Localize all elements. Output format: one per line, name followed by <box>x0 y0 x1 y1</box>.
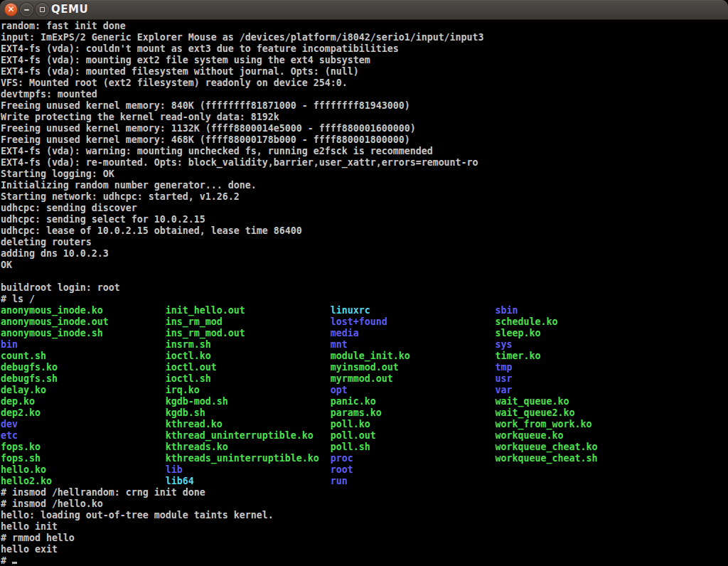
titlebar[interactable]: ✕ QEMU <box>0 0 728 20</box>
terminal-line: # insmod /hello.ko <box>1 497 103 509</box>
terminal-line: udhcpc: sending select for 10.0.2.15 <box>1 213 205 225</box>
ls-entry: myrmmod.out <box>331 372 496 384</box>
ls-entry: ins_rm_mod <box>166 315 331 327</box>
terminal-line: Initializing random number generator... … <box>1 178 257 191</box>
ls-entry: kthreads_uninterruptible.ko <box>166 452 331 464</box>
terminal-line: Starting network: udhcpc: started, v1.26… <box>1 190 240 202</box>
terminal-line: hello exit <box>1 543 58 555</box>
ls-entry: mnt <box>331 338 496 350</box>
ls-entry: root <box>331 463 353 475</box>
ls-entry: ioctl.out <box>166 361 331 373</box>
ls-entry: var <box>496 383 513 395</box>
ls-entry: lib64 <box>166 474 331 486</box>
ls-entry: dep2.ko <box>1 406 166 418</box>
ls-entry: myinsmod.out <box>331 361 496 373</box>
ls-entry: workqueue_cheat.sh <box>496 452 598 464</box>
close-button[interactable]: ✕ <box>4 3 18 16</box>
terminal-line: Freeing unused kernel memory: 468K (ffff… <box>1 133 410 145</box>
minimize-icon <box>24 9 29 11</box>
ls-entry: opt <box>331 383 496 395</box>
terminal-line: EXT4-fs (vda): warning: mounting uncheck… <box>1 144 433 156</box>
terminal-line: adding dns 10.0.2.3 <box>1 247 109 259</box>
ls-entry: linuxrc <box>331 304 496 316</box>
terminal-line: OK <box>1 258 12 270</box>
terminal-line: udhcpc: sending discover <box>1 201 137 213</box>
terminal-line: Write protecting the kernel read-only da… <box>1 110 279 122</box>
ls-entry: poll.ko <box>331 417 496 429</box>
ls-entry: wait_queue.ko <box>496 395 569 407</box>
ls-entry: wait_queue2.ko <box>496 406 575 418</box>
ls-entry: panic.ko <box>331 395 496 407</box>
ls-entry: anonymous_inode.ko <box>1 304 166 316</box>
ls-entry: media <box>331 326 496 338</box>
terminal-line: EXT4-fs (vda): mounted filesystem withou… <box>1 65 359 77</box>
ls-entry: usr <box>496 372 513 384</box>
terminal-line: input: ImExPS/2 Generic Explorer Mouse a… <box>1 31 484 43</box>
shell-prompt: # <box>1 554 12 566</box>
ls-entry: module_init.ko <box>331 349 496 361</box>
terminal-line: EXT4-fs (vda): re-mounted. Opts: block_v… <box>1 156 478 168</box>
ls-entry: kgdb.sh <box>166 406 331 418</box>
ls-entry: hello2.ko <box>1 474 166 486</box>
terminal-line: VFS: Mounted root (ext2 filesystem) read… <box>1 76 348 88</box>
ls-entry: debugfs.sh <box>1 372 166 384</box>
terminal-line: random: fast init done <box>1 19 126 31</box>
ls-entry: anonymous_inode.sh <box>1 326 166 338</box>
ls-entry: hello.ko <box>1 463 166 475</box>
terminal-output: random: fast init done input: ImExPS/2 G… <box>0 20 663 566</box>
terminal-line: EXT4-fs (vda): mounting ext2 file system… <box>1 53 370 65</box>
terminal-screen[interactable]: random: fast init done input: ImExPS/2 G… <box>0 20 728 566</box>
ls-entry: tmp <box>496 361 513 373</box>
terminal-line: hello: loading out-of-tree module taints… <box>1 508 274 520</box>
minimize-button[interactable] <box>20 3 33 16</box>
ls-entry: schedule.ko <box>496 315 558 327</box>
ls-entry: ins_rm_mod.out <box>166 326 331 338</box>
ls-entry: run <box>331 474 348 486</box>
ls-entry: sleep.ko <box>496 326 541 338</box>
ls-entry: proc <box>331 452 496 464</box>
terminal-line: # rmmod hello <box>1 531 75 543</box>
ls-entry: dev <box>1 417 166 429</box>
ls-entry: kthread_uninterruptible.ko <box>166 429 331 441</box>
ls-entry: bin <box>1 338 166 350</box>
ls-entry: etc <box>1 429 166 441</box>
terminal-line: udhcpc: lease of 10.0.2.15 obtained, lea… <box>1 224 302 236</box>
ls-entry: poll.sh <box>331 440 496 452</box>
ls-entry: insrm.sh <box>166 338 331 350</box>
terminal-line: deleting routers <box>1 235 92 247</box>
terminal-line: Freeing unused kernel memory: 1132K (fff… <box>1 122 416 134</box>
ls-entry: init_hello.out <box>166 304 331 316</box>
ls-entry: kgdb-mod.sh <box>166 395 331 407</box>
ls-entry: sbin <box>496 304 518 316</box>
ls-entry: sys <box>496 338 513 350</box>
ls-entry: params.ko <box>331 406 496 418</box>
ls-entry: timer.ko <box>496 349 541 361</box>
ls-entry: workqueue.ko <box>496 429 564 441</box>
ls-entry: work_from_work.ko <box>496 417 592 429</box>
ls-entry: kthread.ko <box>166 417 331 429</box>
terminal-line: Starting logging: OK <box>1 167 114 179</box>
terminal-line: # ls / <box>1 292 35 304</box>
ls-entry: ioctl.ko <box>166 349 331 361</box>
ls-entry: delay.ko <box>1 383 166 395</box>
terminal-line: EXT4-fs (vda): couldn't mount as ext3 du… <box>1 42 399 54</box>
terminal-line: buildroot login: root <box>1 281 120 293</box>
maximize-icon <box>40 7 45 12</box>
maximize-button[interactable] <box>36 3 49 16</box>
window-title: QEMU <box>51 0 88 20</box>
ls-entry: workqueue_cheat.ko <box>496 440 598 452</box>
terminal-line: devtmpfs: mounted <box>1 87 97 100</box>
ls-entry: ioctl.sh <box>166 372 331 384</box>
ls-entry: lost+found <box>331 315 496 327</box>
ls-entry: kthreads.ko <box>166 440 331 452</box>
ls-entry: fops.ko <box>1 440 166 452</box>
ls-entry: anonymous_inode.out <box>1 315 166 327</box>
close-icon: ✕ <box>5 4 17 16</box>
ls-entry: fops.sh <box>1 452 166 464</box>
ls-entry: lib <box>166 463 331 475</box>
ls-entry: poll.out <box>331 429 496 441</box>
terminal-line: Freeing unused kernel memory: 840K (ffff… <box>1 99 410 111</box>
ls-entry: dep.ko <box>1 395 166 407</box>
ls-entry: irq.ko <box>166 383 331 395</box>
ls-entry: count.sh <box>1 349 166 361</box>
